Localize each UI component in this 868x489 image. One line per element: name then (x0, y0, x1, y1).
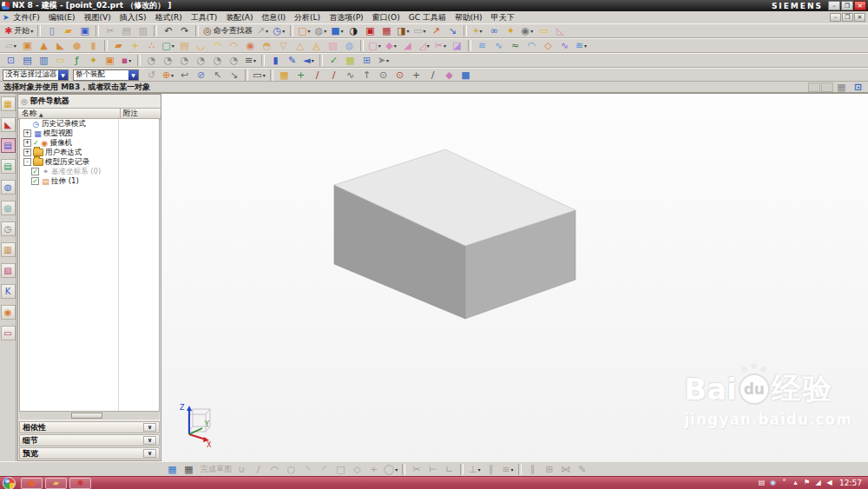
horizontal-scrollbar[interactable] (19, 412, 160, 420)
dropdown-arrow-icon[interactable]: ▾ (510, 466, 513, 472)
show-constraints-button[interactable]: ≡▾ (500, 463, 515, 476)
rectangle-button[interactable]: □ (333, 463, 348, 476)
annotation-button[interactable]: ▭ (53, 54, 68, 67)
menu-item-1[interactable]: 编辑(E) (44, 12, 80, 23)
tree-expander-icon[interactable]: + (23, 149, 31, 156)
select-handle-button[interactable]: ↖ (210, 69, 225, 82)
polygon-button[interactable]: ◇ (350, 463, 365, 476)
trim-body-button[interactable]: ✂▾ (433, 39, 448, 52)
erase-button[interactable]: ◄▾ (301, 54, 316, 67)
arc-center-button[interactable]: ⊙ (376, 69, 391, 82)
quick-extend-button[interactable]: ⊢ (425, 463, 440, 476)
tree-item-cameras[interactable]: +✓◉摄像机 (20, 138, 159, 148)
menu-item-6[interactable]: 装配(A) (221, 12, 257, 23)
part-navigator-tab[interactable]: ▤ (1, 138, 16, 153)
point-on-surface-button[interactable]: ◆ (442, 69, 457, 82)
dropdown-arrow-icon[interactable]: ▾ (386, 57, 389, 63)
system-materials-tab[interactable]: ◷ (1, 221, 16, 236)
through-curves-button[interactable]: ≈ (508, 39, 523, 52)
dropdown-arrow-icon[interactable]: ▾ (427, 43, 430, 49)
tree-item-user-expressions[interactable]: +用户表达式 (20, 148, 159, 157)
tube-button[interactable]: ◠ (227, 39, 241, 52)
intersection-button[interactable]: ↑ (359, 69, 374, 82)
dropdown-arrow-icon[interactable]: ▾ (324, 28, 326, 34)
point-button[interactable]: + (366, 463, 381, 476)
control-point-button[interactable]: ∿ (343, 69, 358, 82)
dropdown-arrow-icon[interactable]: ▾ (30, 28, 33, 34)
close-button[interactable]: ✕ (854, 1, 866, 10)
blank-window-button[interactable]: ▭▾ (412, 24, 427, 37)
sketch-grid-button[interactable]: ▦ (181, 463, 196, 476)
cut-button[interactable]: ✂ (102, 24, 117, 37)
material-edit-button[interactable]: ▮ (268, 54, 283, 67)
wedge-button[interactable]: ◣ (53, 39, 68, 52)
edge-blend-button[interactable]: ◆▾ (384, 39, 398, 52)
revolve-button[interactable]: ◡ (194, 39, 208, 52)
layer-settings-button[interactable]: ▤ (20, 54, 35, 67)
dropdown-arrow-icon[interactable]: ▾ (378, 43, 381, 49)
tree-item-model-views[interactable]: +▦模型视图 (20, 129, 159, 138)
gallery-tab[interactable]: ▭ (1, 326, 16, 340)
pad-button[interactable]: △ (293, 39, 307, 52)
add-to-selection-button[interactable]: ⊕▾ (161, 69, 175, 82)
touch-mode-button[interactable]: ↗▾ (255, 24, 270, 37)
menu-item-0[interactable]: 文件(F) (10, 12, 44, 23)
open-button[interactable]: ▰ (61, 24, 76, 37)
sphere-surface-button[interactable]: ◍ (342, 39, 357, 52)
dots-icon[interactable]: ° (779, 477, 790, 489)
undo-button[interactable]: ↶ (161, 24, 175, 37)
sheet-button[interactable]: ▰ (111, 39, 126, 52)
measure-button[interactable]: ▭ (536, 24, 551, 37)
cursor-tracking-button[interactable]: ⊡ (851, 81, 865, 94)
refresh-button[interactable]: ↺ (144, 69, 159, 82)
chevron-down-icon[interactable]: ∨ (143, 449, 156, 458)
roles-tab[interactable]: ▧ (1, 263, 16, 278)
n-sided-surface-button[interactable]: ◇ (541, 39, 556, 52)
dropdown-arrow-icon[interactable]: ▼ (58, 70, 68, 80)
sketch-env-button[interactable]: ▦ (165, 463, 180, 476)
safety-icon[interactable]: ◉ (767, 477, 779, 489)
draft-button[interactable]: ◿▾ (417, 39, 431, 52)
chamfer-button[interactable]: ◢ (400, 39, 415, 52)
dependencies-panel[interactable]: 相依性 ∨ (19, 421, 160, 433)
chevron-down-icon[interactable]: ∨ (143, 436, 156, 445)
taskbar-nx-button[interactable]: ✱ (69, 478, 91, 489)
studio-surface-button[interactable]: ∿ (557, 39, 572, 52)
dropdown-arrow-icon[interactable]: ▾ (479, 28, 482, 34)
sweep-button[interactable]: ◠ (210, 39, 225, 52)
four-point-surface-button[interactable]: ≋ (475, 39, 490, 52)
check-mate-button[interactable]: ✓ (326, 54, 341, 67)
selection-scope-dropdown[interactable]: 整个装配 ▼ (73, 69, 139, 81)
key-button[interactable]: ✦ (503, 24, 518, 37)
dropdown-arrow-icon[interactable]: ▾ (263, 72, 266, 78)
hole-button[interactable]: ◉ (243, 39, 258, 52)
sphere-button[interactable]: ● (69, 39, 84, 52)
copy-button[interactable]: ▤ (119, 24, 134, 37)
quick-trim-button[interactable]: ✂ (409, 463, 424, 476)
sheet-body-button[interactable]: ▨ (326, 39, 340, 52)
dropdown-arrow-icon[interactable]: ▾ (407, 28, 410, 34)
tree-item-model-history[interactable]: -模型历史记录 (20, 157, 159, 167)
quadrant-point-button[interactable]: ⊙ (392, 69, 407, 82)
restore-button[interactable]: ❐ (841, 1, 853, 10)
process-studio-tab[interactable]: ▥ (1, 242, 16, 257)
dropdown-arrow-icon[interactable]: ▾ (308, 28, 311, 34)
snap-point-settings-button[interactable]: + (293, 69, 308, 82)
dropdown-arrow-icon[interactable]: ▾ (478, 466, 481, 472)
rectangle-select-button[interactable]: ▭▾ (252, 69, 266, 82)
action-center-icon[interactable]: ⚑ (801, 477, 812, 489)
minimize-button[interactable]: – (828, 1, 840, 10)
dropdown-arrow-icon[interactable]: ▾ (341, 28, 344, 34)
point-set-button[interactable]: ∴ (144, 39, 159, 52)
arc-3pt-button[interactable]: ◝ (300, 463, 315, 476)
render-style-1-button[interactable]: ◔ (144, 54, 159, 67)
tree-item-extrude[interactable]: ✓▤拉伸 (1) (20, 176, 159, 186)
copy-object-button[interactable]: ↘ (445, 24, 460, 37)
menu-item-11[interactable]: GC 工具箱 (404, 12, 450, 23)
menu-item-13[interactable]: 甲天下 (487, 12, 519, 23)
rotate-view-button[interactable]: ◍▾ (313, 24, 328, 37)
details-panel[interactable]: 细节 ∨ (19, 434, 160, 446)
paste-button[interactable]: ▥ (135, 24, 150, 37)
deselect-all-button[interactable]: ⊘ (194, 69, 208, 82)
screenshot-button[interactable]: ▢▾ (297, 24, 312, 37)
